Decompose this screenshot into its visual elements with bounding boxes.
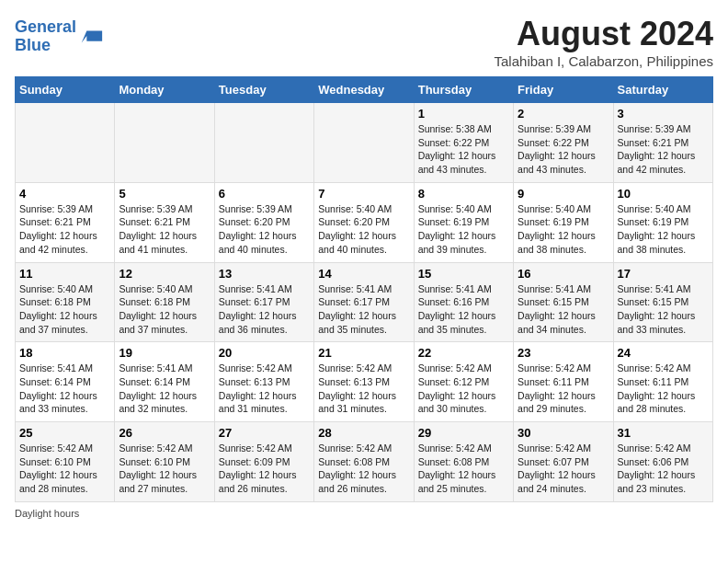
calendar-cell: 31Sunrise: 5:42 AMSunset: 6:06 PMDayligh… <box>613 422 712 502</box>
calendar-week-row: 11Sunrise: 5:40 AMSunset: 6:18 PMDayligh… <box>16 262 713 342</box>
cell-info: Daylight: 12 hours <box>219 389 310 403</box>
calendar-cell <box>214 103 313 183</box>
cell-info: and 23 minutes. <box>618 482 709 496</box>
cell-info: Sunrise: 5:41 AM <box>19 362 110 375</box>
cell-info: Sunrise: 5:42 AM <box>418 442 509 455</box>
cell-info: Sunset: 6:19 PM <box>518 215 609 229</box>
logo: General Blue <box>15 18 104 55</box>
cell-info: Daylight: 12 hours <box>418 229 509 243</box>
day-number: 18 <box>19 346 110 360</box>
cell-info: Daylight: 12 hours <box>518 389 609 403</box>
cell-info: Sunrise: 5:42 AM <box>518 442 609 455</box>
cell-info: Sunset: 6:21 PM <box>19 215 110 229</box>
cell-info: and 36 minutes. <box>219 323 310 337</box>
day-number: 5 <box>119 187 210 201</box>
cell-info: Sunrise: 5:40 AM <box>119 282 210 296</box>
cell-info: Daylight: 12 hours <box>418 149 509 163</box>
header-day: Monday <box>115 77 214 103</box>
cell-info: Sunrise: 5:40 AM <box>518 202 609 216</box>
cell-info: Sunrise: 5:39 AM <box>518 122 609 136</box>
cell-info: Sunrise: 5:42 AM <box>618 362 709 375</box>
day-number: 12 <box>119 267 210 281</box>
cell-info: Sunset: 6:20 PM <box>219 215 310 229</box>
calendar-week-row: 18Sunrise: 5:41 AMSunset: 6:14 PMDayligh… <box>16 342 713 422</box>
cell-info: and 41 minutes. <box>119 243 210 257</box>
cell-info: Daylight: 12 hours <box>418 389 509 403</box>
calendar-cell: 27Sunrise: 5:42 AMSunset: 6:09 PMDayligh… <box>214 422 313 502</box>
cell-info: Daylight: 12 hours <box>418 309 509 323</box>
cell-info: Sunset: 6:19 PM <box>618 215 709 229</box>
cell-info: Sunset: 6:12 PM <box>418 375 509 389</box>
cell-info: and 37 minutes. <box>19 323 110 337</box>
calendar-cell: 28Sunrise: 5:42 AMSunset: 6:08 PMDayligh… <box>314 422 414 502</box>
day-number: 28 <box>318 426 409 440</box>
cell-info: Sunset: 6:19 PM <box>418 215 509 229</box>
cell-info: Sunset: 6:07 PM <box>518 455 609 469</box>
cell-info: Daylight: 12 hours <box>618 149 709 163</box>
cell-info: Sunrise: 5:38 AM <box>418 122 509 136</box>
calendar-cell: 1Sunrise: 5:38 AMSunset: 6:22 PMDaylight… <box>414 103 513 183</box>
cell-info: Daylight: 12 hours <box>219 468 310 482</box>
day-number: 6 <box>219 187 310 201</box>
header-day: Saturday <box>613 77 712 103</box>
calendar-week-row: 1Sunrise: 5:38 AMSunset: 6:22 PMDaylight… <box>16 103 713 183</box>
day-number: 3 <box>618 107 709 121</box>
svg-marker-0 <box>82 30 102 42</box>
cell-info: Sunset: 6:09 PM <box>219 455 310 469</box>
cell-info: and 43 minutes. <box>418 163 509 177</box>
cell-info: and 33 minutes. <box>618 323 709 337</box>
cell-info: Sunrise: 5:41 AM <box>518 282 609 296</box>
cell-info: and 35 minutes. <box>318 323 409 337</box>
cell-info: Daylight: 12 hours <box>518 309 609 323</box>
calendar-cell: 30Sunrise: 5:42 AMSunset: 6:07 PMDayligh… <box>514 422 613 502</box>
calendar-cell: 29Sunrise: 5:42 AMSunset: 6:08 PMDayligh… <box>414 422 513 502</box>
calendar-cell: 26Sunrise: 5:42 AMSunset: 6:10 PMDayligh… <box>115 422 214 502</box>
cell-info: and 26 minutes. <box>318 482 409 496</box>
day-number: 25 <box>19 426 110 440</box>
header-day: Wednesday <box>314 77 414 103</box>
cell-info: Sunset: 6:13 PM <box>318 375 409 389</box>
cell-info: Sunrise: 5:42 AM <box>618 442 709 455</box>
cell-info: Sunrise: 5:41 AM <box>119 362 210 375</box>
cell-info: Daylight: 12 hours <box>119 229 210 243</box>
cell-info: and 29 minutes. <box>518 402 609 416</box>
calendar-cell: 14Sunrise: 5:41 AMSunset: 6:17 PMDayligh… <box>314 262 414 342</box>
cell-info: Sunset: 6:18 PM <box>119 295 210 309</box>
cell-info: Sunset: 6:10 PM <box>119 455 210 469</box>
calendar-cell: 4Sunrise: 5:39 AMSunset: 6:21 PMDaylight… <box>16 182 115 262</box>
cell-info: Sunset: 6:08 PM <box>418 455 509 469</box>
cell-info: and 31 minutes. <box>219 402 310 416</box>
cell-info: Sunrise: 5:42 AM <box>219 442 310 455</box>
day-number: 26 <box>119 426 210 440</box>
calendar-cell: 22Sunrise: 5:42 AMSunset: 6:12 PMDayligh… <box>414 342 513 422</box>
cell-info: Sunset: 6:15 PM <box>518 295 609 309</box>
calendar-cell: 21Sunrise: 5:42 AMSunset: 6:13 PMDayligh… <box>314 342 414 422</box>
cell-info: and 37 minutes. <box>119 323 210 337</box>
cell-info: and 42 minutes. <box>618 163 709 177</box>
calendar-week-row: 25Sunrise: 5:42 AMSunset: 6:10 PMDayligh… <box>16 422 713 502</box>
day-number: 4 <box>19 187 110 201</box>
cell-info: Sunset: 6:15 PM <box>618 295 709 309</box>
cell-info: and 24 minutes. <box>518 482 609 496</box>
title-block: August 2024 Talahiban I, Calabarzon, Phi… <box>495 15 713 69</box>
cell-info: and 34 minutes. <box>518 323 609 337</box>
day-number: 21 <box>318 346 409 360</box>
header-day: Friday <box>514 77 613 103</box>
cell-info: Daylight: 12 hours <box>518 229 609 243</box>
cell-info: Sunset: 6:18 PM <box>19 295 110 309</box>
header-day: Thursday <box>414 77 513 103</box>
cell-info: Sunset: 6:11 PM <box>518 375 609 389</box>
day-number: 19 <box>119 346 210 360</box>
cell-info: Daylight: 12 hours <box>418 468 509 482</box>
cell-info: Sunset: 6:10 PM <box>19 455 110 469</box>
day-number: 16 <box>518 267 609 281</box>
cell-info: and 30 minutes. <box>418 402 509 416</box>
cell-info: Daylight: 12 hours <box>318 229 409 243</box>
cell-info: and 42 minutes. <box>19 243 110 257</box>
cell-info: Sunrise: 5:42 AM <box>418 362 509 375</box>
cell-info: Sunrise: 5:42 AM <box>119 442 210 455</box>
day-number: 30 <box>518 426 609 440</box>
cell-info: Sunset: 6:21 PM <box>119 215 210 229</box>
cell-info: Daylight: 12 hours <box>318 468 409 482</box>
cell-info: Daylight: 12 hours <box>219 309 310 323</box>
